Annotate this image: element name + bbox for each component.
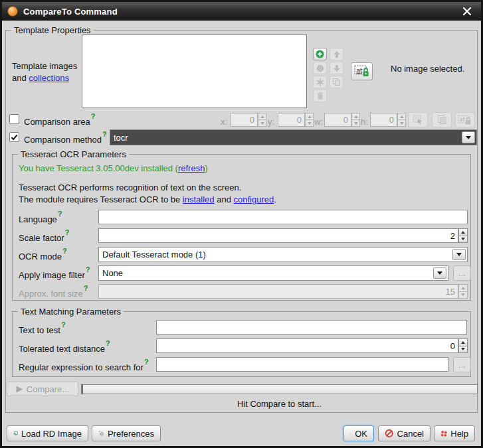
scale-factor-spinner[interactable] bbox=[458, 228, 468, 243]
check-mark-icon bbox=[11, 134, 18, 141]
plus-icon bbox=[316, 50, 324, 58]
svg-text:at: at bbox=[356, 67, 363, 74]
spin-up-button[interactable] bbox=[458, 228, 468, 236]
window-title: CompareTo Command bbox=[23, 7, 118, 17]
ocr-mode-help-icon[interactable]: ? bbox=[62, 247, 67, 255]
asterisk-icon bbox=[316, 78, 324, 86]
move-up-button bbox=[330, 48, 343, 60]
delete-image-button bbox=[313, 90, 327, 102]
preferences-button[interactable]: Preferences bbox=[92, 425, 161, 441]
comparison-method-combo[interactable]: tocr bbox=[110, 129, 477, 145]
scale-factor-label: Scale factor? bbox=[19, 231, 69, 243]
life-ring-icon bbox=[440, 429, 447, 439]
area-h-label: h: bbox=[361, 117, 368, 127]
text-lock-button[interactable]: at bbox=[351, 62, 373, 80]
chevron-down-icon[interactable] bbox=[433, 267, 446, 279]
copy-pages-icon bbox=[437, 115, 447, 125]
image-filter-help-icon[interactable]: ? bbox=[86, 265, 90, 273]
spin-down-button bbox=[397, 120, 406, 127]
close-icon[interactable] bbox=[461, 5, 473, 17]
distance-help-icon[interactable]: ? bbox=[106, 339, 110, 347]
edit-image-button bbox=[313, 76, 327, 88]
area-w-label: w: bbox=[314, 117, 323, 127]
font-size-help-icon: ? bbox=[84, 284, 88, 292]
capture-image-button bbox=[313, 62, 327, 74]
load-rd-image-button[interactable]: Load RD Image bbox=[7, 425, 88, 441]
arrow-down-icon bbox=[333, 64, 341, 72]
add-image-button[interactable] bbox=[313, 48, 327, 60]
regex-input[interactable] bbox=[156, 357, 448, 372]
tesseract-description-line1: Tesseract OCR performs recognition of te… bbox=[19, 183, 241, 192]
distance-label: Tolerated text distance? bbox=[19, 342, 110, 354]
spin-up-button bbox=[305, 113, 314, 120]
duplicate-image-button bbox=[330, 76, 343, 88]
scale-factor-help-icon[interactable]: ? bbox=[65, 228, 70, 236]
distance-input[interactable] bbox=[156, 338, 458, 353]
font-size-label: Approx. font size? bbox=[19, 287, 88, 299]
comparison-area-checkbox[interactable] bbox=[9, 114, 19, 124]
help-button[interactable]: Help bbox=[434, 425, 475, 441]
area-x-spinner bbox=[258, 113, 266, 127]
ok-button[interactable]: OK bbox=[343, 425, 374, 441]
regex-help-icon[interactable]: ? bbox=[144, 358, 149, 366]
distance-spinner[interactable] bbox=[458, 338, 468, 353]
scale-factor-input[interactable] bbox=[98, 228, 458, 243]
compare-progress-bar bbox=[81, 384, 478, 394]
titlebar[interactable]: CompareTo Command bbox=[2, 2, 481, 21]
text-lock-gray-icon: at bbox=[458, 115, 472, 125]
spin-up-button bbox=[397, 113, 406, 120]
comparison-method-help-icon[interactable]: ? bbox=[102, 130, 107, 138]
chevron-down-icon[interactable] bbox=[452, 249, 466, 260]
area-h-spinner bbox=[397, 113, 406, 127]
collections-link[interactable]: collections bbox=[29, 73, 69, 83]
refresh-link[interactable]: refresh bbox=[178, 163, 205, 173]
ocr-mode-combo[interactable]: Default Tesseract mode (1) bbox=[98, 247, 468, 262]
spin-down-button[interactable] bbox=[458, 346, 468, 354]
copy-area-button bbox=[432, 112, 452, 127]
language-label: Language? bbox=[19, 212, 62, 224]
text-to-test-help-icon[interactable]: ? bbox=[61, 321, 66, 329]
spin-up-button bbox=[258, 113, 266, 120]
select-region-icon bbox=[413, 115, 423, 125]
comparison-method-value: tocr bbox=[114, 133, 128, 143]
template-images-list[interactable] bbox=[82, 35, 307, 108]
record-icon bbox=[316, 64, 324, 72]
chevron-down-icon[interactable] bbox=[462, 131, 475, 143]
trash-icon bbox=[316, 92, 324, 100]
text-to-test-label: Text to test? bbox=[19, 323, 66, 335]
text-to-test-input[interactable] bbox=[156, 320, 467, 335]
comparison-area-help-icon[interactable]: ? bbox=[91, 112, 96, 120]
spin-up-button[interactable] bbox=[458, 338, 468, 346]
language-input[interactable] bbox=[98, 210, 468, 224]
image-filter-value: None bbox=[102, 268, 123, 278]
configured-link[interactable]: configured bbox=[234, 194, 274, 204]
area-y-spinner bbox=[305, 113, 314, 127]
language-help-icon[interactable]: ? bbox=[58, 210, 62, 218]
spin-up-button bbox=[458, 284, 468, 292]
template-images-label-line1: Template images bbox=[12, 61, 77, 71]
ocr-mode-value: Default Tesseract mode (1) bbox=[102, 250, 206, 260]
play-icon bbox=[16, 386, 23, 393]
installed-link[interactable]: installed bbox=[183, 194, 215, 204]
comparison-method-checkbox[interactable] bbox=[9, 132, 19, 142]
spin-down-button bbox=[458, 292, 468, 299]
spin-down-button bbox=[305, 120, 314, 127]
area-y-label: y: bbox=[268, 117, 274, 127]
svg-text:at: at bbox=[460, 116, 465, 122]
copy-icon bbox=[332, 78, 341, 86]
select-area-button bbox=[408, 112, 428, 127]
dialog-body: CompareTo Command Template Properties Te… bbox=[2, 2, 481, 446]
comparison-area-label: Comparison area? bbox=[24, 115, 95, 127]
text-lock-icon: at bbox=[354, 65, 370, 78]
area-w-input bbox=[324, 113, 351, 127]
tesseract-legend: Tesseract OCR Parameters bbox=[18, 149, 129, 159]
tesseract-description-line2: The module requires Tesseract OCR to be … bbox=[19, 194, 276, 204]
comparison-method-label: Comparison method? bbox=[24, 133, 107, 145]
cancel-button[interactable]: Cancel bbox=[378, 425, 431, 441]
move-down-button bbox=[330, 62, 343, 74]
spin-down-button[interactable] bbox=[458, 236, 468, 244]
area-text-lock-button: at bbox=[455, 112, 475, 127]
regex-more-button: ... bbox=[453, 357, 471, 372]
image-filter-combo[interactable]: None bbox=[98, 265, 448, 281]
spin-down-button bbox=[351, 120, 360, 127]
